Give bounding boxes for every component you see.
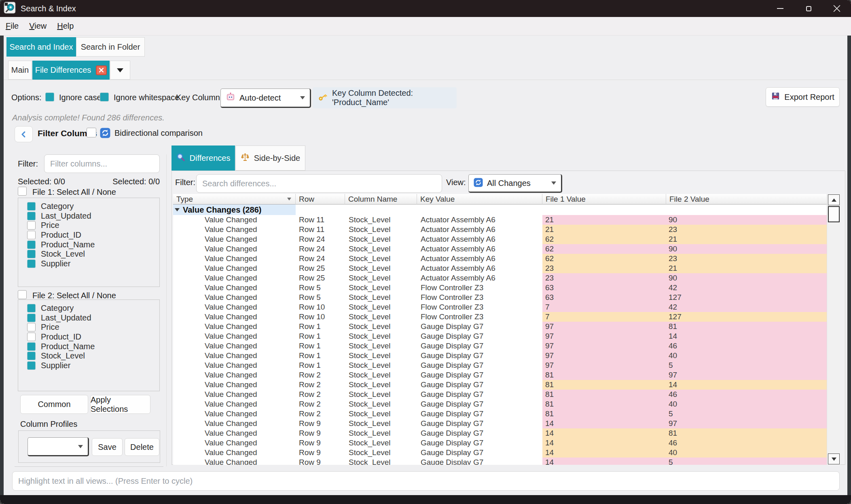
group-row-value-changes[interactable]: Value Changes (286): [173, 205, 827, 215]
table-row[interactable]: Value Changed Row 9 Stock_Level Gauge Di…: [173, 428, 827, 438]
table-scrollbar[interactable]: [827, 194, 840, 465]
ignore-whitespace-checkbox[interactable]: [100, 93, 109, 101]
col-header-type[interactable]: Type: [173, 194, 296, 205]
column-checkbox[interactable]: [27, 352, 36, 360]
menu-view[interactable]: View: [29, 21, 47, 31]
column-checkbox-item[interactable]: Stock_Level: [18, 351, 159, 361]
column-checkbox-item[interactable]: Category: [18, 304, 159, 313]
table-row[interactable]: Value Changed Row 24 Stock_Level Actuato…: [173, 244, 827, 254]
delete-profile-button[interactable]: Delete: [125, 438, 159, 456]
column-checkbox-item[interactable]: Supplier: [18, 361, 159, 371]
export-report-button[interactable]: Export Report: [766, 87, 840, 107]
table-row[interactable]: Value Changed Row 1 Stock_Level Gauge Di…: [173, 341, 827, 351]
column-checkbox[interactable]: [27, 231, 36, 239]
column-checkbox-item[interactable]: Stock_Level: [18, 249, 159, 259]
table-row[interactable]: Value Changed Row 11 Stock_Level Actuato…: [173, 215, 827, 225]
key-column-select[interactable]: Auto-detect: [220, 89, 311, 108]
column-checkbox[interactable]: [27, 361, 36, 370]
column-checkbox[interactable]: [27, 259, 36, 268]
table-row[interactable]: Value Changed Row 2 Stock_Level Gauge Di…: [173, 380, 827, 390]
common-button[interactable]: Common: [20, 395, 88, 414]
col-header-file1-value[interactable]: File 1 Value: [542, 194, 666, 205]
column-checkbox-item[interactable]: Price: [18, 221, 159, 230]
col-header-row[interactable]: Row: [296, 194, 345, 205]
tab-list-dropdown[interactable]: [110, 61, 130, 80]
profile-select[interactable]: [28, 437, 89, 456]
column-checkbox-item[interactable]: Price: [18, 323, 159, 332]
col-header-column-name[interactable]: Column Name: [345, 194, 417, 205]
column-checkbox-item[interactable]: Product_Name: [18, 240, 159, 249]
menu-file[interactable]: File: [6, 21, 19, 31]
table-row[interactable]: Value Changed Row 2 Stock_Level Gauge Di…: [173, 409, 827, 419]
column-checkbox[interactable]: [27, 314, 36, 322]
column-checkbox-item[interactable]: Last_Updated: [18, 211, 159, 221]
column-checkbox[interactable]: [27, 240, 36, 249]
filter-columns-input[interactable]: [44, 154, 160, 173]
column-checkbox-item[interactable]: Product_ID: [18, 332, 159, 342]
file2-select-all-checkbox[interactable]: [18, 290, 27, 299]
table-row[interactable]: Value Changed Row 24 Stock_Level Actuato…: [173, 254, 827, 264]
save-profile-button[interactable]: Save: [92, 438, 123, 456]
column-checkbox-item[interactable]: Product_Name: [18, 342, 159, 351]
column-checkbox-item[interactable]: Product_ID: [18, 230, 159, 240]
scrollbar-thumb[interactable]: [828, 206, 840, 222]
scroll-up-button[interactable]: [828, 194, 840, 205]
tab-file-differences[interactable]: File Differences: [32, 61, 110, 80]
close-tab-button[interactable]: [96, 65, 107, 75]
cell-file1-value: 14: [542, 428, 666, 438]
table-row[interactable]: Value Changed Row 5 Stock_Level Flow Con…: [173, 293, 827, 302]
table-row[interactable]: Value Changed Row 24 Stock_Level Actuato…: [173, 234, 827, 244]
table-row[interactable]: Value Changed Row 1 Stock_Level Gauge Di…: [173, 361, 827, 370]
collapse-sidebar-button[interactable]: [15, 126, 33, 142]
expander-icon[interactable]: [175, 208, 180, 211]
apply-selections-button[interactable]: Apply Selections: [90, 395, 150, 414]
column-checkbox-item[interactable]: Supplier: [18, 259, 159, 269]
table-row[interactable]: Value Changed Row 1 Stock_Level Gauge Di…: [173, 331, 827, 341]
scroll-down-button[interactable]: [828, 453, 840, 464]
table-row[interactable]: Value Changed Row 2 Stock_Level Gauge Di…: [173, 370, 827, 380]
search-differences-input[interactable]: [196, 174, 442, 193]
file1-select-all-checkbox[interactable]: [18, 187, 27, 196]
table-row[interactable]: Value Changed Row 9 Stock_Level Gauge Di…: [173, 448, 827, 458]
column-checkbox[interactable]: [27, 202, 36, 211]
tab-side-by-side[interactable]: Side-by-Side: [235, 146, 305, 171]
minimize-button[interactable]: [766, 0, 794, 17]
column-checkbox[interactable]: [27, 304, 36, 312]
column-checkbox[interactable]: [27, 221, 36, 230]
column-checkbox-item[interactable]: Category: [18, 202, 159, 211]
column-checkbox[interactable]: [27, 323, 36, 331]
tab-search-in-folder[interactable]: Search in Folder: [76, 37, 145, 57]
tab-differences[interactable]: Differences: [171, 146, 235, 171]
table-row[interactable]: Value Changed Row 10 Stock_Level Flow Co…: [173, 302, 827, 312]
table-row[interactable]: Value Changed Row 1 Stock_Level Gauge Di…: [173, 322, 827, 331]
table-row[interactable]: Value Changed Row 9 Stock_Level Gauge Di…: [173, 419, 827, 428]
ignore-case-checkbox[interactable]: [45, 93, 54, 101]
table-row[interactable]: Value Changed Row 25 Stock_Level Actuato…: [173, 273, 827, 283]
view-select[interactable]: All Changes: [468, 174, 562, 193]
highlight-text-input[interactable]: [12, 471, 840, 491]
table-row[interactable]: Value Changed Row 9 Stock_Level Gauge Di…: [173, 458, 827, 465]
column-checkbox[interactable]: [27, 250, 36, 258]
column-checkbox[interactable]: [27, 212, 36, 220]
maximize-button[interactable]: [794, 0, 823, 17]
column-checkbox[interactable]: [27, 342, 36, 351]
bidirectional-checkbox[interactable]: [87, 128, 96, 137]
column-checkbox-item[interactable]: Last_Updated: [18, 313, 159, 323]
table-row[interactable]: Value Changed Row 1 Stock_Level Gauge Di…: [173, 351, 827, 361]
close-button[interactable]: [823, 0, 851, 17]
menu-help[interactable]: Help: [57, 21, 74, 31]
col-header-file2-value[interactable]: File 2 Value: [666, 194, 827, 205]
table-row[interactable]: Value Changed Row 2 Stock_Level Gauge Di…: [173, 399, 827, 409]
sidebar-splitter[interactable]: [166, 154, 167, 466]
table-row[interactable]: Value Changed Row 5 Stock_Level Flow Con…: [173, 283, 827, 293]
table-row[interactable]: Value Changed Row 9 Stock_Level Gauge Di…: [173, 438, 827, 448]
table-row[interactable]: Value Changed Row 10 Stock_Level Flow Co…: [173, 312, 827, 322]
tab-main[interactable]: Main: [8, 61, 32, 80]
tab-search-and-index[interactable]: Search and Index: [6, 37, 76, 57]
table-row[interactable]: Value Changed Row 11 Stock_Level Actuato…: [173, 225, 827, 234]
cell-column-name: Stock_Level: [345, 244, 417, 254]
table-row[interactable]: Value Changed Row 2 Stock_Level Gauge Di…: [173, 390, 827, 399]
column-checkbox[interactable]: [27, 333, 36, 341]
col-header-key-value[interactable]: Key Value: [417, 194, 542, 205]
table-row[interactable]: Value Changed Row 25 Stock_Level Actuato…: [173, 264, 827, 273]
